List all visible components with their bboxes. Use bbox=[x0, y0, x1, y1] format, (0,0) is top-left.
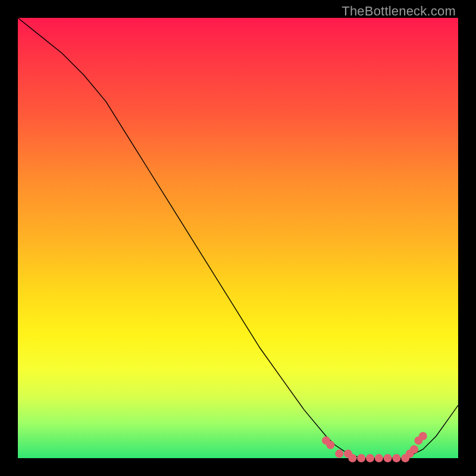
highlight-dot bbox=[335, 450, 343, 458]
highlight-dot bbox=[419, 432, 427, 440]
bottleneck-curve bbox=[18, 18, 458, 458]
highlight-dot bbox=[366, 454, 374, 462]
highlight-dot bbox=[384, 454, 392, 462]
watermark-text: TheBottleneck.com bbox=[342, 4, 456, 19]
highlight-dot bbox=[375, 454, 383, 462]
highlight-dot bbox=[357, 454, 365, 462]
chart-frame: TheBottleneck.com bbox=[0, 0, 476, 476]
highlight-dot bbox=[348, 454, 356, 462]
highlight-dot bbox=[326, 441, 334, 449]
chart-svg bbox=[18, 18, 458, 458]
highlight-dot bbox=[392, 454, 400, 462]
highlight-dot bbox=[410, 445, 418, 453]
